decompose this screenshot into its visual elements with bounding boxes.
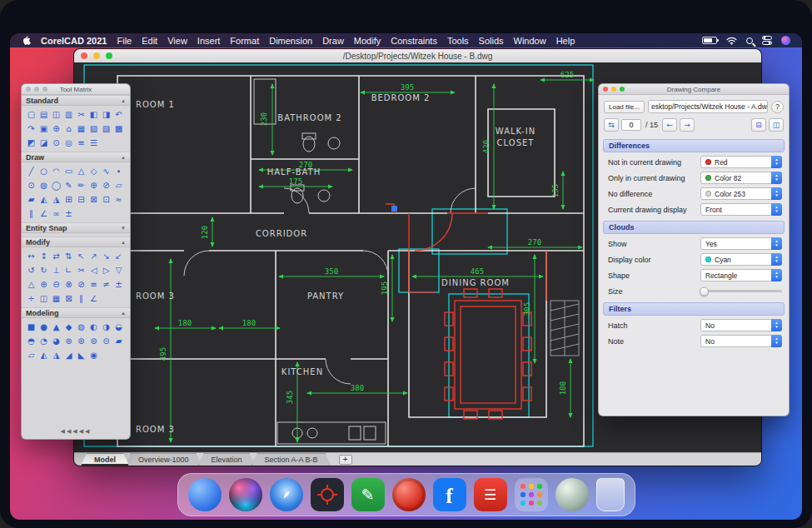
tool-icon[interactable]: ↷: [25, 122, 37, 136]
menu-item[interactable]: Solids: [479, 36, 504, 46]
tool-icon[interactable]: ▤: [37, 107, 50, 122]
tool-icon[interactable]: △: [75, 164, 87, 178]
side-by-side-button[interactable]: ◫: [769, 118, 784, 132]
menu-item[interactable]: Draw: [322, 36, 344, 46]
tool-icon[interactable]: ⊜: [87, 334, 100, 348]
tool-icon[interactable]: ✂: [75, 263, 87, 277]
tool-icon[interactable]: ■: [25, 320, 37, 334]
tool-icon[interactable]: ∿: [100, 164, 112, 178]
tool-icon[interactable]: ⌂: [62, 122, 75, 136]
siri-icon[interactable]: [781, 36, 790, 45]
expand-arrow-icon[interactable]: ▼: [121, 226, 126, 231]
slider-track[interactable]: [700, 290, 782, 292]
menu-item[interactable]: Format: [230, 36, 259, 46]
tool-icon[interactable]: ◉: [87, 348, 100, 362]
tool-icon[interactable]: ⊟: [75, 192, 87, 207]
note-filter-dropdown[interactable]: No ▲▼: [700, 335, 782, 347]
tool-icon[interactable]: ▦: [75, 122, 87, 136]
tool-icon[interactable]: ⊥: [50, 263, 62, 277]
tool-icon[interactable]: ◕: [50, 334, 62, 348]
tab-elevation[interactable]: Elevation: [198, 453, 256, 466]
system-dock-icon[interactable]: [555, 478, 589, 511]
palette-minimize-button[interactable]: [34, 87, 39, 92]
tool-icon[interactable]: ⊠: [62, 291, 75, 306]
help-button[interactable]: ?: [771, 101, 784, 113]
tool-icon[interactable]: ◢: [62, 348, 75, 362]
tool-icon[interactable]: ◍: [75, 320, 87, 334]
tool-icon[interactable]: ◠: [50, 164, 62, 178]
tool-icon[interactable]: ✏: [75, 178, 87, 192]
tool-icon[interactable]: ◪: [37, 136, 50, 150]
tool-icon[interactable]: ▥: [62, 107, 75, 122]
menu-item[interactable]: Help: [556, 36, 575, 46]
tool-icon[interactable]: ▭: [62, 164, 75, 178]
tool-icon[interactable]: ◆: [62, 320, 75, 334]
tab-overview-1000[interactable]: Overview-1000: [125, 453, 202, 466]
tool-icon[interactable]: ≡: [87, 277, 100, 291]
tool-icon[interactable]: ◔: [37, 334, 50, 348]
tool-icon[interactable]: ∙: [112, 164, 125, 178]
tool-icon[interactable]: ⊙: [50, 136, 62, 150]
tool-icon[interactable]: ◧: [87, 107, 100, 122]
tab-section-a-a-b-b[interactable]: Section A-A B-B: [252, 453, 331, 466]
tool-icon[interactable]: ⊝: [100, 334, 112, 348]
control-center-icon[interactable]: [762, 36, 772, 45]
tool-icon[interactable]: ⊕: [37, 277, 50, 291]
tool-icon[interactable]: ∠: [37, 207, 50, 221]
difference-index-field[interactable]: 0: [621, 119, 641, 131]
corelcad-dock-icon[interactable]: [311, 478, 344, 511]
tool-icon[interactable]: ▷: [100, 263, 112, 277]
tool-icon[interactable]: ▣: [37, 122, 50, 136]
tool-icon[interactable]: ▱: [112, 178, 125, 192]
menu-item[interactable]: Modify: [354, 36, 381, 46]
tool-icon[interactable]: ⊠: [87, 192, 100, 207]
tool-icon[interactable]: ⊘: [75, 277, 87, 291]
tool-icon[interactable]: ↶: [112, 107, 125, 122]
tool-icon[interactable]: ∠: [87, 291, 100, 306]
minimize-button[interactable]: [93, 52, 100, 59]
tool-icon[interactable]: △: [25, 277, 37, 291]
coreldraw-dock-icon[interactable]: [351, 478, 385, 511]
tool-icon[interactable]: ▲: [50, 320, 62, 334]
drawing-compare-titlebar[interactable]: Drawing Compare: [599, 84, 789, 95]
tool-icon[interactable]: ±: [62, 207, 75, 221]
tool-icon[interactable]: ◎: [62, 136, 75, 150]
tool-icon[interactable]: ◣: [75, 348, 87, 362]
swap-files-button[interactable]: ⇆: [604, 118, 619, 132]
tool-icon[interactable]: ◑: [100, 320, 112, 334]
tool-icon[interactable]: ◭: [37, 192, 50, 207]
menu-item[interactable]: Dimension: [269, 36, 312, 46]
tool-icon[interactable]: ∞: [50, 207, 62, 221]
section-header-standard[interactable]: Standard ▲: [22, 95, 130, 106]
app-menu-title[interactable]: CorelCAD 2021: [41, 36, 107, 46]
tool-icon[interactable]: ●: [37, 320, 50, 334]
menu-item[interactable]: Window: [514, 36, 546, 46]
palette-close-button[interactable]: [603, 87, 608, 92]
tool-icon[interactable]: ⊕: [87, 178, 100, 192]
tool-icon[interactable]: ∥: [75, 291, 87, 306]
trash-dock-icon[interactable]: [596, 478, 625, 511]
tool-icon[interactable]: ↻: [37, 263, 50, 277]
tool-icon[interactable]: ≠: [100, 277, 112, 291]
menu-item[interactable]: Edit: [142, 36, 157, 46]
tool-icon[interactable]: ▨: [100, 122, 112, 136]
tool-icon[interactable]: ⇄: [50, 249, 62, 263]
tool-icon[interactable]: ≡: [75, 136, 87, 150]
facebook-dock-icon[interactable]: [433, 478, 466, 511]
tool-icon[interactable]: ▦: [50, 291, 62, 306]
tool-icon[interactable]: ⊞: [62, 192, 75, 207]
safari-dock-icon[interactable]: [270, 478, 303, 511]
tool-icon[interactable]: ▧: [87, 122, 100, 136]
launchpad-dock-icon[interactable]: [515, 478, 548, 511]
tool-icon[interactable]: ∥: [25, 207, 37, 221]
slider-knob[interactable]: [700, 286, 709, 296]
collapse-arrow-icon[interactable]: ▲: [121, 311, 126, 316]
tool-icon[interactable]: ◩: [25, 136, 37, 150]
tool-icon[interactable]: ⊛: [75, 334, 87, 348]
next-difference-button[interactable]: →: [680, 118, 695, 132]
palette-collapse-control[interactable]: ◀◀◀◀◀: [22, 426, 130, 439]
tool-icon[interactable]: ▰: [25, 192, 37, 207]
section-header-modeling[interactable]: Modeling ▲: [22, 307, 130, 318]
tool-icon[interactable]: ⊙: [25, 178, 37, 192]
collapse-arrow-icon[interactable]: ▲: [121, 155, 126, 160]
